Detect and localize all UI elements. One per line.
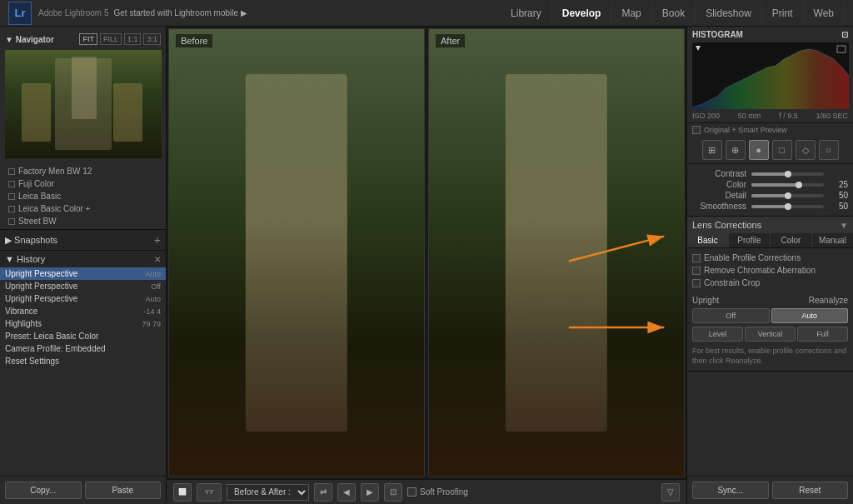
smart-preview-checkbox[interactable] [692,126,701,134]
red-eye-icon[interactable]: □ [772,140,792,160]
history-item[interactable]: Vibrance-14 4 [0,305,166,317]
yw-btn[interactable]: YY [197,483,222,502]
upright-label: Upright [692,296,719,305]
navigator-header: ▼ Navigator FIT FILL 1:1 3:1 [5,30,161,48]
slider-value: 25 [827,180,848,189]
size-1-1-btn[interactable]: 1:1 [124,33,142,45]
history-item[interactable]: Camera Profile: Embedded [0,342,166,355]
history-item[interactable]: Upright PerspectiveAuto [0,267,166,280]
prev-btn[interactable]: ◀ [337,483,356,502]
lens-option-label: Constrain Crop [704,278,760,287]
lens-option-checkbox[interactable] [692,267,701,275]
filmstrip-toggle-btn[interactable]: ▽ [661,483,680,502]
history-item[interactable]: Reset Settings [0,355,166,367]
grad-filter-icon[interactable]: ◇ [796,140,816,160]
sync-views-btn[interactable]: ⊡ [384,483,402,502]
zoom-fit-btn[interactable]: ⬜ [173,483,192,502]
preset-item[interactable]: Leica Basic [5,190,161,202]
soft-proofing-section: Soft Proofing [407,487,468,497]
app-title: Adobe Lightroom 5 [38,8,109,17]
upright-btn-level[interactable]: Level [692,327,743,342]
hist-iso: ISO 200 [692,112,720,120]
history-item[interactable]: Upright PerspectiveOff [0,280,166,292]
slider-track[interactable] [751,194,824,197]
lens-option-checkbox[interactable] [692,279,701,287]
preset-item[interactable]: Leica Basic Color + [5,202,161,215]
lens-tab-color[interactable]: Color [771,233,812,247]
copy-button[interactable]: Copy... [5,482,82,499]
lens-chevron-icon: ▼ [840,221,848,230]
nav-item-develop[interactable]: Develop [552,2,612,24]
nav-item-slideshow[interactable]: Slideshow [696,2,762,24]
histogram-expand-icon[interactable]: ⊡ [841,30,848,39]
nav-item-book[interactable]: Book [652,2,696,24]
history-item[interactable]: Preset: Leica Basic Color [0,330,166,342]
before-photo-bg: Before [169,29,424,477]
before-after-selector[interactable]: Before & After :BeforeAfter [227,484,309,501]
history-item[interactable]: Upright PerspectiveAuto [0,292,166,305]
hist-shutter: 1/60 SEC [816,112,848,120]
nav-item-map[interactable]: Map [611,2,651,24]
lens-option: Enable Profile Corrections [692,252,848,264]
mobile-link[interactable]: Get started with Lightroom mobile ▶ [114,8,247,17]
smart-preview-row: Original + Smart Preview [687,123,853,137]
size-fill-btn[interactable]: FILL [100,33,122,45]
preset-item[interactable]: Fuji Color [5,177,161,190]
slider-track[interactable] [751,183,824,187]
history-close-btn[interactable]: ✕ [154,255,161,264]
preset-item[interactable]: Street BW [5,215,161,227]
upright-level-vert-full-btns: LevelVerticalFull [692,327,848,342]
lens-options: Enable Profile Corrections Remove Chroma… [687,248,853,292]
snapshots-add-btn[interactable]: + [154,233,161,247]
radial-filter-icon[interactable]: ○ [819,140,839,160]
lens-corrections-header[interactable]: Lens Corrections ▼ [687,217,853,233]
swap-btn[interactable]: ⇄ [314,483,332,502]
reanalyze-btn[interactable]: Reanalyze [809,296,848,305]
hist-aperture: f / 9.5 [779,112,798,120]
lens-tab-basic[interactable]: Basic [687,233,729,247]
preset-icon [8,206,15,212]
upright-btn-vertical[interactable]: Vertical [745,327,796,342]
copy-paste-bar: Copy... Paste [0,476,166,504]
preset-icon [8,181,15,187]
lr-logo: Lr [8,2,32,25]
nav-item-web[interactable]: Web [804,2,845,24]
basic-panel-icon[interactable]: ⊞ [702,140,722,160]
slider-value: 50 [827,191,848,200]
slider-track[interactable] [751,205,824,208]
paste-button[interactable]: Paste [85,482,162,499]
lens-option-checkbox[interactable] [692,254,701,262]
upright-btn-off[interactable]: Off [692,308,770,323]
slider-row: Color 25 [692,180,848,189]
snapshots-title: ▶ Snapshots [5,235,57,246]
history-item[interactable]: Highlights79 79 [0,317,166,330]
main-layout: ▼ Navigator FIT FILL 1:1 3:1 [0,27,853,504]
slider-track[interactable] [751,172,824,176]
next-btn[interactable]: ▶ [361,483,379,502]
hist-metadata: ISO 200 50 mm f / 9.5 1/60 SEC [687,109,853,122]
preset-item[interactable]: Factory Men BW 12 [5,165,161,177]
upright-hint: For best results, enable profile correct… [692,345,848,367]
crop-icon[interactable]: ⊕ [726,140,746,160]
sync-button[interactable]: Sync... [692,482,769,499]
reset-button[interactable]: Reset [772,482,849,499]
lens-option: Remove Chromatic Aberration [692,264,848,277]
history-header[interactable]: ▼ History ✕ [0,251,166,267]
healing-icon[interactable]: ● [749,140,769,160]
upright-btn-full[interactable]: Full [797,327,848,342]
snapshots-header[interactable]: ▶ Snapshots + [0,230,166,250]
nav-item-print[interactable]: Print [762,2,804,24]
slider-label: Detail [692,191,746,200]
hist-focal: 50 mm [738,112,761,120]
size-fit-btn[interactable]: FIT [79,33,97,45]
lens-tab-profile[interactable]: Profile [729,233,771,247]
soft-proofing-checkbox[interactable] [407,487,417,497]
nav-menu: LibraryDevelopMapBookSlideshowPrintWeb [501,2,845,24]
size-3-1-btn[interactable]: 3:1 [143,33,161,45]
photo-area: Before After [167,27,686,479]
lens-tab-manual[interactable]: Manual [812,233,853,247]
nav-item-library[interactable]: Library [501,2,552,24]
upright-btn-auto[interactable]: Auto [771,308,849,323]
after-photo-bg: After [429,29,684,477]
soft-proofing-label: Soft Proofing [420,487,468,497]
